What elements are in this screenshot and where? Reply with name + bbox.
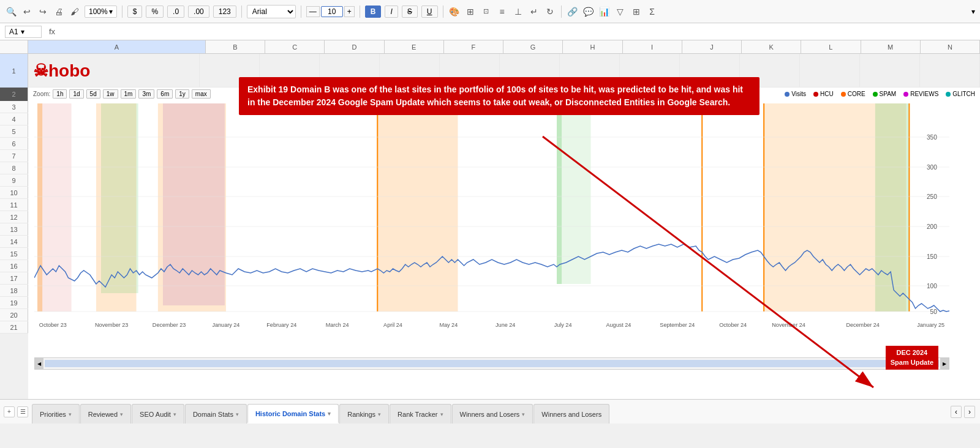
paint-format-icon[interactable]: 🖌 [69, 6, 81, 18]
tab-reviewed[interactable]: Reviewed ▾ [80, 404, 131, 424]
tab-winners-losers-1[interactable]: Winners and Losers ▾ [452, 404, 533, 424]
zoom-1m[interactable]: 1m [121, 89, 137, 99]
row-num-16[interactable]: 16 [0, 260, 28, 272]
zoom-1h[interactable]: 1h [53, 89, 67, 99]
tab-priorities[interactable]: Priorities ▾ [32, 404, 80, 424]
row-num-5[interactable]: 5 [0, 125, 28, 137]
col-header-b[interactable]: B [206, 40, 265, 53]
print-icon[interactable]: 🖨 [53, 6, 65, 18]
tab-winners-losers-2[interactable]: Winners and Losers [533, 404, 609, 424]
col-header-k[interactable]: K [742, 40, 801, 53]
sum-icon[interactable]: Σ [646, 6, 658, 18]
border-icon[interactable]: ⊞ [464, 6, 477, 18]
row-num-20[interactable]: 20 [0, 309, 28, 321]
row-num-2[interactable]: 2 [0, 88, 28, 101]
strikethrough-btn[interactable]: S [402, 6, 418, 18]
fill-color-icon[interactable]: 🎨 [448, 6, 461, 18]
bold-btn[interactable]: B [365, 6, 382, 18]
zoom-selector[interactable]: 100% ▾ [85, 6, 117, 18]
redo-icon[interactable]: ↪ [37, 6, 49, 18]
row-num-9[interactable]: 9 [0, 174, 28, 186]
col-header-c[interactable]: C [265, 40, 325, 53]
row-num-8[interactable]: 8 [0, 162, 28, 174]
nav-right-btn[interactable]: ▶ [940, 358, 949, 369]
search-icon[interactable]: 🔍 [5, 6, 17, 18]
row-num-18[interactable]: 18 [0, 285, 28, 296]
zoom-5d[interactable]: 5d [86, 89, 100, 99]
zoom-3m[interactable]: 3m [138, 89, 154, 99]
formula-input[interactable] [62, 28, 975, 36]
mini-navigator[interactable]: ◀ ▶ [34, 357, 949, 370]
cell-n1[interactable] [920, 54, 980, 88]
rotate-icon[interactable]: ↻ [544, 6, 556, 18]
row-num-14[interactable]: 14 [0, 236, 28, 247]
table-icon[interactable]: ⊞ [630, 6, 643, 18]
svg-text:350: 350 [927, 134, 937, 141]
row-num-7[interactable]: 7 [0, 150, 28, 162]
align-icon[interactable]: ≡ [496, 6, 508, 18]
add-sheet-btn[interactable]: + [4, 406, 15, 417]
row-num-21[interactable]: 21 [0, 321, 28, 333]
italic-btn[interactable]: I [385, 6, 398, 18]
decimal-inc-btn[interactable]: .00 [188, 6, 209, 18]
cell-m1[interactable] [860, 54, 920, 88]
link-icon[interactable]: 🔗 [567, 6, 579, 18]
row-num-15[interactable]: 15 [0, 248, 28, 259]
row-num-1[interactable]: 1 [0, 54, 28, 88]
tab-rankings[interactable]: Rankings ▾ [339, 404, 389, 424]
col-header-i[interactable]: I [623, 40, 682, 53]
tab-nav-next[interactable]: › [964, 406, 975, 418]
number-format-btn[interactable]: 123 [213, 6, 236, 18]
expand-icon[interactable]: ▾ [971, 7, 975, 16]
zoom-1y[interactable]: 1y [175, 89, 189, 99]
row-num-17[interactable]: 17 [0, 272, 28, 284]
valign-icon[interactable]: ⊥ [512, 6, 524, 18]
zoom-max[interactable]: max [192, 89, 211, 99]
font-size-input[interactable] [321, 6, 343, 17]
col-header-g[interactable]: G [503, 40, 563, 53]
tab-rank-tracker[interactable]: Rank Tracker ▾ [390, 404, 451, 424]
row-num-12[interactable]: 12 [0, 211, 28, 223]
zoom-6m[interactable]: 6m [157, 89, 173, 99]
nav-left-btn[interactable]: ◀ [35, 358, 43, 369]
chart-icon[interactable]: 📊 [598, 6, 611, 18]
tab-seo-audit[interactable]: SEO Audit ▾ [132, 404, 184, 424]
comment-icon[interactable]: 💬 [582, 6, 595, 18]
font-size-plus[interactable]: + [344, 6, 355, 17]
merge-icon[interactable]: ⊡ [480, 6, 492, 18]
tab-historic-domain-stats[interactable]: Historic Domain Stats ▾ [247, 404, 339, 424]
font-selector[interactable]: Arial [247, 5, 296, 18]
decimal-dec-btn[interactable]: .0 [167, 6, 184, 18]
cell-l1[interactable] [800, 54, 860, 88]
zoom-1d[interactable]: 1d [69, 89, 83, 99]
col-header-e[interactable]: E [385, 40, 444, 53]
col-header-j[interactable]: J [682, 40, 742, 53]
col-header-f[interactable]: F [444, 40, 503, 53]
col-header-l[interactable]: L [801, 40, 861, 53]
row-num-6[interactable]: 6 [0, 138, 28, 149]
row-num-11[interactable]: 11 [0, 199, 28, 211]
col-header-a[interactable]: A [28, 40, 206, 53]
font-size-minus[interactable]: — [306, 6, 320, 17]
currency-btn[interactable]: $ [127, 6, 143, 18]
row-num-13[interactable]: 13 [0, 223, 28, 235]
col-header-m[interactable]: M [861, 40, 921, 53]
tab-domain-stats[interactable]: Domain Stats ▾ [185, 404, 247, 424]
zoom-1w[interactable]: 1w [103, 89, 118, 99]
wrap-icon[interactable]: ↵ [528, 6, 540, 18]
tab-wl1-arrow: ▾ [522, 411, 525, 417]
col-header-h[interactable]: H [563, 40, 622, 53]
row-num-10[interactable]: 10 [0, 187, 28, 198]
percent-btn[interactable]: % [146, 6, 164, 18]
col-header-n[interactable]: N [921, 40, 980, 53]
col-header-d[interactable]: D [325, 40, 384, 53]
cell-reference[interactable]: A1 ▾ [5, 26, 42, 38]
row-num-4[interactable]: 4 [0, 113, 28, 125]
row-num-19[interactable]: 19 [0, 297, 28, 308]
sheet-menu-btn[interactable]: ☰ [17, 406, 28, 417]
row-num-3[interactable]: 3 [0, 101, 28, 113]
underline-btn[interactable]: U [421, 6, 438, 18]
tab-nav-prev[interactable]: ‹ [951, 406, 962, 418]
filter-icon[interactable]: ▽ [614, 6, 627, 18]
undo-icon[interactable]: ↩ [21, 6, 33, 18]
